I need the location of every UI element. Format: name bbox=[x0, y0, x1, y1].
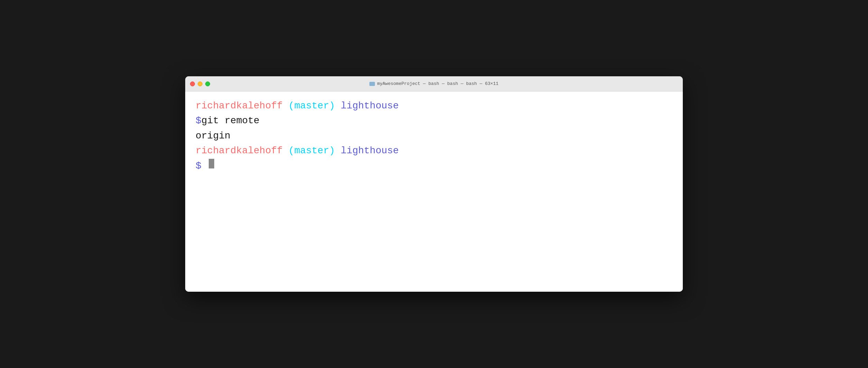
terminal-line-1: richardkalehoff (master) lighthouse bbox=[196, 98, 672, 113]
command-1: git remote bbox=[201, 113, 260, 128]
traffic-lights bbox=[190, 81, 210, 86]
terminal-line-4: richardkalehoff (master) lighthouse bbox=[196, 143, 672, 158]
prompt-dollar-2: $ bbox=[196, 158, 201, 173]
branch-1: (master) bbox=[289, 98, 335, 113]
prompt-dollar-1: $ bbox=[196, 113, 201, 128]
window-title: myAwesomeProject — bash — bash — bash — … bbox=[377, 81, 498, 86]
terminal-body[interactable]: richardkalehoff (master) lighthouse $ gi… bbox=[185, 91, 683, 292]
username-1: richardkalehoff bbox=[196, 98, 283, 113]
terminal-window: myAwesomeProject — bash — bash — bash — … bbox=[185, 76, 683, 292]
output-origin: origin bbox=[196, 128, 230, 143]
username-2: richardkalehoff bbox=[196, 143, 283, 158]
terminal-line-2: $ git remote bbox=[196, 113, 672, 128]
minimize-button[interactable] bbox=[198, 81, 202, 86]
titlebar-label: myAwesomeProject — bash — bash — bash — … bbox=[369, 81, 498, 86]
maximize-button[interactable] bbox=[205, 81, 210, 86]
titlebar: myAwesomeProject — bash — bash — bash — … bbox=[185, 76, 683, 91]
directory-2: lighthouse bbox=[341, 143, 399, 158]
branch-2: (master) bbox=[289, 143, 335, 158]
terminal-line-3: origin bbox=[196, 128, 672, 143]
terminal-icon bbox=[369, 82, 375, 86]
directory-1: lighthouse bbox=[341, 98, 399, 113]
terminal-cursor bbox=[209, 159, 214, 168]
close-button[interactable] bbox=[190, 81, 195, 86]
terminal-line-5: $ bbox=[196, 158, 672, 173]
